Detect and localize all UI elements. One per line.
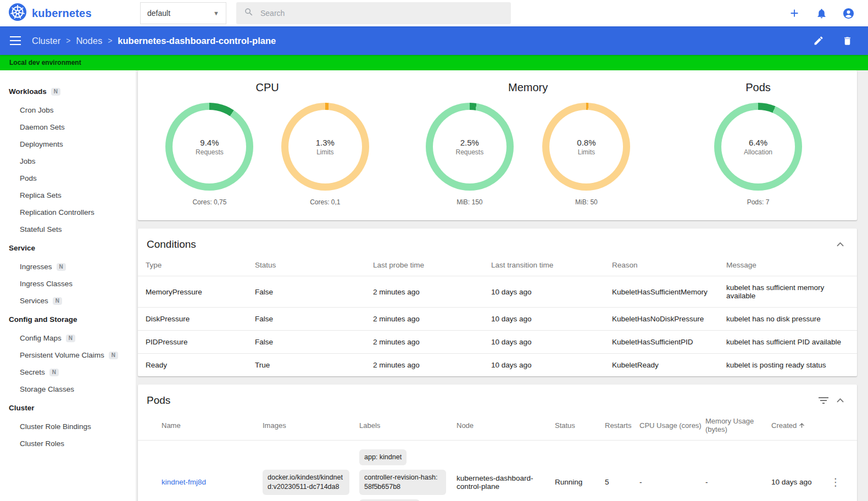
sidebar-item-ingresses[interactable]: Ingresses N bbox=[0, 258, 136, 275]
brand-home-link[interactable]: kubernetes bbox=[0, 3, 140, 23]
column-header-message: Message bbox=[726, 258, 857, 276]
sidebar-item-cluster-roles[interactable]: Cluster Roles bbox=[0, 435, 136, 452]
sidebar-nav: Workloads N Cron Jobs Daemon Sets Deploy… bbox=[0, 70, 136, 501]
cpu-allocation-group: CPU 9.4% Requests Cores: 0,75 bbox=[138, 79, 397, 206]
pod-node-cell: kubernetes-dashboard-control-plane bbox=[457, 441, 555, 501]
cpu-requests-donut: 9.4% Requests bbox=[165, 103, 253, 191]
sidebar-item-cluster-role-bindings[interactable]: Cluster Role Bindings bbox=[0, 418, 136, 435]
section-label: Service bbox=[9, 244, 35, 252]
sidebar-item-pods[interactable]: Pods bbox=[0, 170, 136, 187]
breadcrumb-cluster-link[interactable]: Cluster bbox=[32, 36, 60, 46]
sidebar-item-config-maps[interactable]: Config Maps N bbox=[0, 330, 136, 347]
label-chip: app: kindnet bbox=[359, 449, 407, 465]
topbar-actions bbox=[788, 7, 868, 20]
gauge-value: 1.3% bbox=[316, 138, 335, 147]
gauge-footer: Pods: 7 bbox=[714, 198, 802, 206]
gauge-label: Limits bbox=[578, 148, 595, 156]
sidebar-item-cron-jobs[interactable]: Cron Jobs bbox=[0, 102, 136, 119]
table-row: PIDPressure False 2 minutes ago 10 days … bbox=[138, 331, 857, 354]
column-header-type: Type bbox=[138, 258, 255, 276]
sidebar-section-workloads[interactable]: Workloads N bbox=[0, 81, 136, 102]
sidebar-item-label: Cron Jobs bbox=[20, 106, 54, 114]
brand-title: kubernetes bbox=[32, 7, 92, 20]
sidebar-item-label: Secrets bbox=[20, 368, 45, 376]
condition-type: DiskPressure bbox=[138, 308, 255, 331]
search-input[interactable] bbox=[260, 9, 503, 18]
column-header-memory-usage: Memory Usage (bytes) bbox=[705, 414, 771, 441]
sidebar-item-storage-classes[interactable]: Storage Classes bbox=[0, 381, 136, 398]
gauge-footer: MiB: 150 bbox=[426, 198, 514, 206]
sidebar-section-cluster: Cluster bbox=[0, 398, 136, 418]
namespace-selector[interactable]: default ▼ bbox=[140, 2, 226, 24]
main-panel: CPU 9.4% Requests Cores: 0,75 bbox=[136, 70, 868, 501]
sidebar-item-label: Deployments bbox=[20, 140, 63, 148]
sidebar-item-secrets[interactable]: Secrets N bbox=[0, 364, 136, 381]
sidebar-item-replica-sets[interactable]: Replica Sets bbox=[0, 187, 136, 204]
sidebar-item-replication-controllers[interactable]: Replication Controllers bbox=[0, 204, 136, 221]
namespaced-badge: N bbox=[51, 88, 60, 96]
pod-cpu-usage: - bbox=[639, 441, 705, 501]
pod-actions-cell: ⋮ bbox=[820, 441, 857, 501]
column-header-last-probe-time: Last probe time bbox=[373, 258, 491, 276]
condition-message: kubelet has sufficient memory available bbox=[726, 276, 857, 308]
sidebar-item-services[interactable]: Services N bbox=[0, 292, 136, 309]
condition-type: PIDPressure bbox=[138, 331, 255, 354]
sidebar-item-label: Cluster Roles bbox=[20, 439, 64, 448]
sidebar-section-config-storage: Config and Storage bbox=[0, 309, 136, 330]
sidebar-item-persistent-volume-claims[interactable]: Persistent Volume Claims N bbox=[0, 347, 136, 364]
gauge-value: 9.4% bbox=[200, 138, 219, 147]
kubernetes-logo-icon bbox=[9, 3, 26, 23]
pods-card: Pods Name Images Labe bbox=[138, 385, 857, 501]
pods-group-title: Pods bbox=[659, 79, 857, 103]
delete-trash-icon[interactable] bbox=[841, 34, 854, 47]
sidebar-item-deployments[interactable]: Deployments bbox=[0, 136, 136, 153]
filter-icon[interactable] bbox=[815, 394, 832, 407]
create-resource-button[interactable] bbox=[788, 7, 801, 20]
sidebar-item-label: Replication Controllers bbox=[20, 208, 94, 216]
namespaced-badge: N bbox=[53, 297, 62, 305]
pod-name-link[interactable]: kindnet-fmj8d bbox=[162, 478, 206, 486]
notifications-bell-icon[interactable] bbox=[815, 7, 828, 20]
edit-pencil-icon[interactable] bbox=[812, 34, 825, 47]
section-label: Workloads bbox=[9, 87, 47, 96]
gauge-value: 2.5% bbox=[460, 138, 479, 147]
conditions-card-title: Conditions bbox=[147, 238, 196, 250]
sidebar-item-daemon-sets[interactable]: Daemon Sets bbox=[0, 119, 136, 136]
sidebar-item-label: Storage Classes bbox=[20, 385, 74, 393]
condition-transition-time: 10 days ago bbox=[491, 276, 612, 308]
account-avatar-icon[interactable] bbox=[842, 7, 855, 20]
sidebar-item-label: Ingresses bbox=[20, 263, 52, 271]
gauge-value: 0.8% bbox=[577, 138, 596, 147]
sidebar-item-label: Ingress Classes bbox=[20, 280, 73, 288]
condition-status: False bbox=[255, 331, 373, 354]
column-header-created[interactable]: Created bbox=[771, 414, 820, 441]
namespace-value: default bbox=[147, 9, 170, 18]
sidebar-item-jobs[interactable]: Jobs bbox=[0, 153, 136, 170]
sidebar-item-stateful-sets[interactable]: Stateful Sets bbox=[0, 221, 136, 238]
sidebar-item-ingress-classes[interactable]: Ingress Classes bbox=[0, 275, 136, 292]
sidebar-item-label: Daemon Sets bbox=[20, 123, 65, 131]
pod-status-text: Running bbox=[555, 441, 605, 501]
collapse-chevron-up-icon[interactable] bbox=[832, 394, 848, 407]
allocation-card: CPU 9.4% Requests Cores: 0,75 bbox=[138, 70, 857, 220]
condition-transition-time: 10 days ago bbox=[491, 354, 612, 377]
row-kebab-menu-icon[interactable]: ⋮ bbox=[820, 477, 852, 487]
sidebar-item-label: Persistent Volume Claims bbox=[20, 351, 104, 359]
condition-transition-time: 10 days ago bbox=[491, 331, 612, 354]
memory-allocation-group: Memory 2.5% Requests MiB: 150 bbox=[397, 79, 659, 206]
breadcrumb-nodes-link[interactable]: Nodes bbox=[76, 36, 102, 46]
condition-probe-time: 2 minutes ago bbox=[373, 331, 491, 354]
top-app-bar: kubernetes default ▼ bbox=[0, 0, 868, 26]
label-chip: k8s-app: kindnet bbox=[359, 499, 420, 501]
condition-message: kubelet is posting ready status bbox=[726, 354, 857, 377]
menu-hamburger-icon[interactable] bbox=[9, 34, 22, 47]
cpu-limits-gauge: 1.3% Limits Cores: 0,1 bbox=[281, 103, 369, 206]
memory-group-title: Memory bbox=[397, 79, 659, 103]
collapse-chevron-up-icon[interactable] bbox=[832, 238, 848, 251]
column-header-actions bbox=[820, 414, 857, 441]
pods-allocation-group: Pods 6.4% Allocation Pods: 7 bbox=[659, 79, 857, 206]
search-bar[interactable] bbox=[236, 2, 511, 24]
sidebar-section-service: Service bbox=[0, 238, 136, 258]
memory-requests-gauge: 2.5% Requests MiB: 150 bbox=[426, 103, 514, 206]
chevron-down-icon: ▼ bbox=[213, 10, 219, 16]
